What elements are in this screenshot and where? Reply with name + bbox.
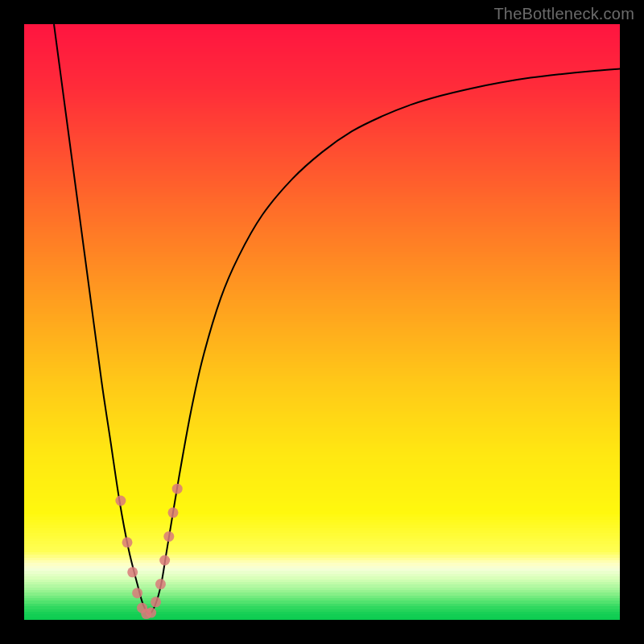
marker-dot (151, 597, 161, 607)
marker-dot (132, 588, 142, 598)
marker-dot (122, 537, 133, 547)
marker-dot (163, 531, 174, 542)
marker-dot (127, 567, 138, 577)
marker-dot (115, 496, 126, 506)
bottleneck-curve (54, 24, 620, 614)
chart-frame: TheBottleneck.com (0, 0, 644, 644)
watermark-text: TheBottleneck.com (493, 5, 634, 23)
marker-dot (146, 608, 156, 618)
marker-dot (159, 555, 170, 566)
curve-layer (24, 24, 620, 620)
plot-area (24, 24, 620, 620)
marker-dot (155, 579, 166, 589)
marker-dot (168, 507, 179, 518)
marker-dot (172, 484, 183, 494)
